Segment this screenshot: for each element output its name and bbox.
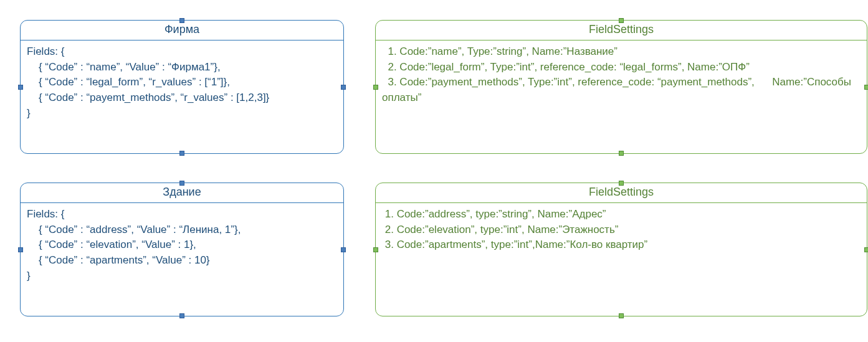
resize-handle-top[interactable]: [619, 181, 624, 186]
entity-box-fieldsettings-1[interactable]: FieldSettings 1. Code:”name”, Type:”stri…: [375, 20, 867, 154]
entity-title: Здание: [21, 183, 343, 203]
resize-handle-top[interactable]: [179, 18, 184, 23]
resize-handle-top[interactable]: [619, 18, 624, 23]
resize-handle-right[interactable]: [864, 247, 868, 252]
resize-handle-bottom[interactable]: [619, 151, 624, 156]
resize-handle-bottom[interactable]: [179, 151, 184, 156]
resize-handle-right[interactable]: [864, 85, 868, 90]
resize-handle-bottom[interactable]: [619, 313, 624, 318]
diagram-canvas: Фирма Fields: { { “Code” : “name”, “Valu…: [12, 12, 868, 342]
resize-handle-left[interactable]: [373, 85, 378, 90]
entity-body: 1. Code:”name”, Type:”string”, Name:”Наз…: [376, 40, 867, 111]
entity-title: Фирма: [21, 21, 343, 40]
resize-handle-bottom[interactable]: [179, 313, 184, 318]
entity-body: Fields: { { “Code” : “address”, “Value” …: [21, 203, 343, 288]
resize-handle-right[interactable]: [341, 85, 346, 90]
entity-box-firma[interactable]: Фирма Fields: { { “Code” : “name”, “Valu…: [20, 20, 344, 154]
entity-body: Fields: { { “Code” : “name”, “Value” : “…: [21, 40, 343, 126]
resize-handle-left[interactable]: [18, 247, 23, 252]
resize-handle-left[interactable]: [18, 85, 23, 90]
entity-box-zdanie[interactable]: Здание Fields: { { “Code” : “address”, “…: [20, 183, 344, 316]
entity-title: FieldSettings: [376, 183, 867, 203]
resize-handle-left[interactable]: [373, 247, 378, 252]
resize-handle-top[interactable]: [179, 181, 184, 186]
entity-box-fieldsettings-2[interactable]: FieldSettings 1. Code:”address”, type:”s…: [375, 183, 867, 316]
resize-handle-right[interactable]: [341, 247, 346, 252]
entity-title: FieldSettings: [376, 21, 867, 40]
entity-body: 1. Code:”address”, type:”string”, Name:”…: [376, 203, 867, 258]
